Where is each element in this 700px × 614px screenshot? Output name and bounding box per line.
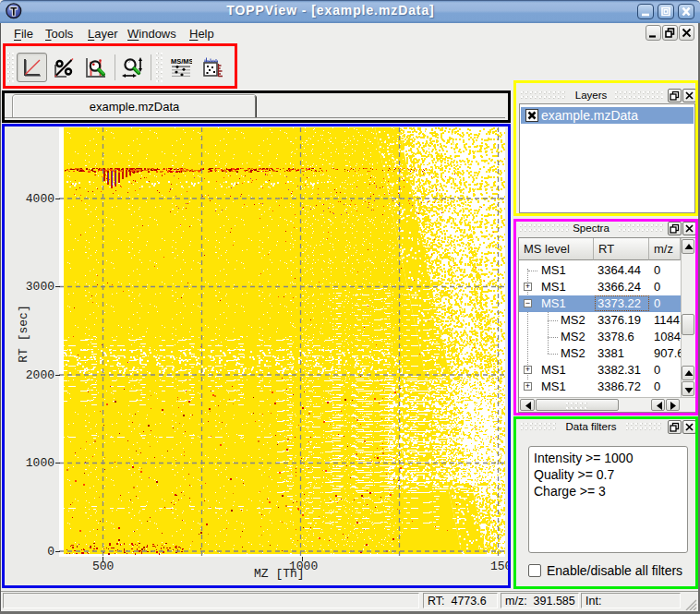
svg-text:MS/MS: MS/MS <box>171 57 192 66</box>
